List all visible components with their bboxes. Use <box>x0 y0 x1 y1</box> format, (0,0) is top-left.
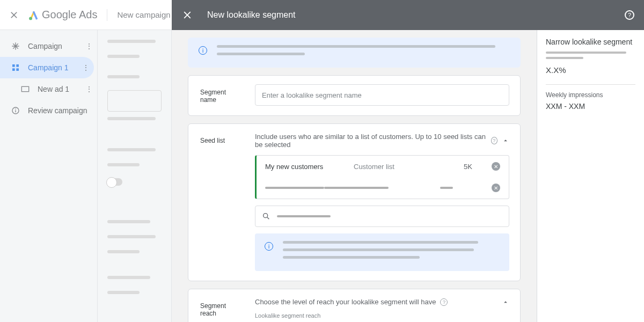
svg-point-8 <box>15 108 16 109</box>
summary-reach-value: X.X% <box>546 65 635 75</box>
nav-item-new-ad-1[interactable]: New ad 1 ⋮ <box>0 78 97 100</box>
divider <box>107 9 107 21</box>
nav-item-review[interactable]: Review campaign <box>0 100 97 121</box>
help-icon[interactable]: ? <box>491 137 497 144</box>
seed-list-description: Include users who are similar to a list … <box>255 133 487 149</box>
segment-reach-label: Segment reach <box>200 298 243 322</box>
svg-line-10 <box>267 217 269 219</box>
seed-name: My new customers <box>265 163 354 171</box>
modal-body: i Segment name Seed list Include users w… <box>172 30 537 322</box>
close-icon[interactable] <box>9 10 19 20</box>
seed-list-label: Seed list <box>200 133 243 271</box>
svg-rect-2 <box>16 64 19 67</box>
brand-light: Ads <box>79 9 97 20</box>
svg-rect-4 <box>16 68 19 71</box>
nav-label: Review campaign <box>28 106 93 115</box>
reach-sublabel: Lookalike segment reach <box>255 312 509 319</box>
info-icon: i <box>265 242 273 251</box>
svg-point-9 <box>264 214 268 218</box>
rectangle-icon <box>20 84 30 94</box>
background-content <box>98 30 172 322</box>
seed-list-card: Seed list Include users who are similar … <box>188 123 521 281</box>
svg-rect-5 <box>21 86 28 91</box>
segment-name-card: Segment name <box>188 75 521 116</box>
summary-panel: Narrow lookalike segment X.X% Weekly imp… <box>537 30 644 322</box>
more-icon[interactable]: ⋮ <box>85 85 93 93</box>
info-banner-top: i <box>188 38 521 68</box>
info-banner-seed: i <box>255 233 509 271</box>
svg-rect-1 <box>12 64 15 67</box>
chevron-up-icon[interactable] <box>502 137 509 144</box>
seed-type: Customer list <box>354 163 461 171</box>
left-nav: Campaign ⋮ Campaign 1 ⋮ New ad 1 ⋮ Revie… <box>0 30 98 322</box>
modal-title: New lookalike segment <box>207 10 296 20</box>
more-icon[interactable]: ⋮ <box>82 63 90 72</box>
nav-label: New ad 1 <box>38 85 85 93</box>
nav-item-campaign[interactable]: Campaign ⋮ <box>0 35 97 57</box>
segment-reach-card: Segment reach Choose the level of reach … <box>188 289 521 322</box>
ads-logo-icon <box>28 9 40 21</box>
svg-rect-3 <box>12 68 15 71</box>
nav-label: Campaign 1 <box>28 63 82 72</box>
google-ads-logo: Google Ads <box>28 9 97 21</box>
summary-impressions-value: XXM - XXM <box>546 102 635 111</box>
help-icon[interactable]: ? <box>440 298 448 306</box>
breadcrumb: New campaign <box>117 10 170 19</box>
segment-name-label: Segment name <box>200 84 243 106</box>
asterisk-icon <box>11 41 20 51</box>
search-icon <box>262 212 270 221</box>
segment-name-input[interactable] <box>255 84 509 106</box>
close-icon[interactable] <box>181 9 193 21</box>
modal-header: New lookalike segment ? <box>172 0 644 30</box>
svg-point-0 <box>29 17 32 20</box>
help-icon[interactable]: ? <box>625 10 634 20</box>
seed-size: 5K <box>461 163 472 171</box>
more-icon[interactable]: ⋮ <box>85 42 93 50</box>
summary-impressions-label: Weekly impressions <box>546 84 635 99</box>
seed-row: My new customers Customer list 5K ✕ <box>257 156 509 177</box>
seed-row-placeholder: ✕ <box>257 177 509 199</box>
summary-title: Narrow lookalike segment <box>546 38 635 46</box>
nav-label: Campaign <box>28 42 85 50</box>
seed-search-input[interactable] <box>255 206 509 227</box>
segment-reach-description: Choose the level of reach your lookalike… <box>255 298 436 306</box>
chevron-up-icon[interactable] <box>502 298 509 306</box>
info-icon <box>11 106 20 115</box>
seed-list-box: My new customers Customer list 5K ✕ ✕ <box>255 155 509 199</box>
grid-icon <box>11 63 20 72</box>
info-icon: i <box>199 46 207 55</box>
remove-icon[interactable]: ✕ <box>492 184 500 192</box>
remove-icon[interactable]: ✕ <box>492 162 500 171</box>
brand-bold: Google <box>42 9 77 20</box>
nav-item-campaign-1[interactable]: Campaign 1 ⋮ <box>0 57 94 78</box>
